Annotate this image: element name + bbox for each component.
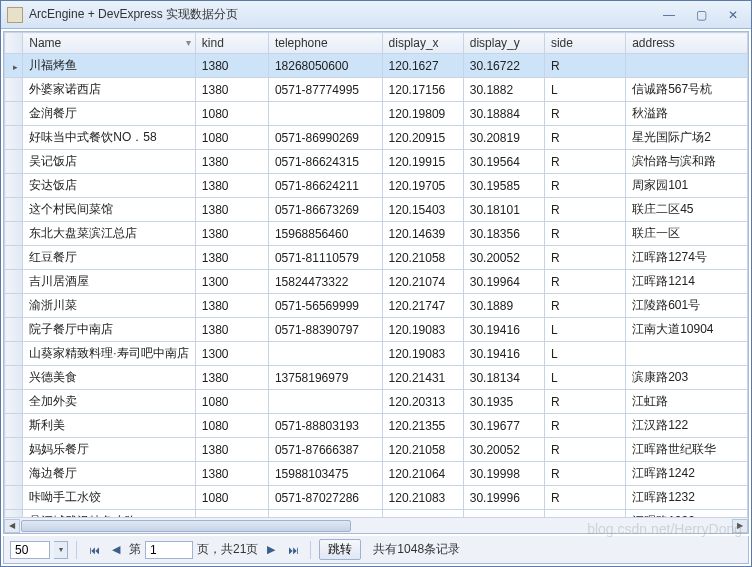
cell-kind[interactable]: 1080 (195, 390, 268, 414)
cell-telephone[interactable]: 18268050600 (268, 54, 382, 78)
table-row[interactable]: 妈妈乐餐厅13800571-87666387120.2105830.20052R… (5, 438, 748, 462)
cell-Name[interactable]: 金润餐厅 (23, 102, 196, 126)
cell-Name[interactable]: 斯利美 (23, 414, 196, 438)
cell-display_y[interactable]: 30.19564 (463, 150, 544, 174)
cell-telephone[interactable]: 0571-86624315 (268, 150, 382, 174)
table-row[interactable]: 全加外卖1080120.2031330.1935R江虹路 (5, 390, 748, 414)
cell-telephone[interactable]: 15988103475 (268, 462, 382, 486)
cell-telephone[interactable]: 0571-88390797 (268, 318, 382, 342)
cell-display_x[interactable]: 120.21355 (382, 414, 463, 438)
column-header-telephone[interactable]: telephone (268, 33, 382, 54)
cell-kind[interactable]: 1300 (195, 270, 268, 294)
cell-address[interactable]: 联庄二区45 (626, 198, 748, 222)
cell-side[interactable]: R (544, 414, 625, 438)
cell-display_y[interactable]: 30.18356 (463, 222, 544, 246)
cell-telephone[interactable] (268, 510, 382, 518)
cell-telephone[interactable]: 0571-56569999 (268, 294, 382, 318)
cell-Name[interactable]: 这个村民间菜馆 (23, 198, 196, 222)
cell-display_x[interactable]: 120.21074 (382, 270, 463, 294)
filter-icon[interactable]: ▾ (186, 37, 191, 48)
table-row[interactable]: 品江城武汉特色小吃1080120.2108330.19988R江晖路1232 (5, 510, 748, 518)
cell-kind[interactable]: 1380 (195, 246, 268, 270)
cell-telephone[interactable]: 0571-86673269 (268, 198, 382, 222)
cell-side[interactable]: R (544, 150, 625, 174)
cell-display_x[interactable]: 120.19083 (382, 342, 463, 366)
cell-kind[interactable]: 1080 (195, 102, 268, 126)
cell-Name[interactable]: 渝浙川菜 (23, 294, 196, 318)
column-header-address[interactable]: address (626, 33, 748, 54)
cell-display_x[interactable]: 120.21058 (382, 246, 463, 270)
cell-display_x[interactable]: 120.19915 (382, 150, 463, 174)
column-header-Name[interactable]: Name▾ (23, 33, 196, 54)
cell-address[interactable]: 江晖路1214 (626, 270, 748, 294)
cell-kind[interactable]: 1380 (195, 174, 268, 198)
cell-display_y[interactable]: 30.1889 (463, 294, 544, 318)
cell-Name[interactable]: 红豆餐厅 (23, 246, 196, 270)
table-row[interactable]: 山葵家精致料理·寿司吧中南店1300120.1908330.19416L (5, 342, 748, 366)
current-page-input[interactable] (145, 541, 193, 559)
table-row[interactable]: 海边餐厅138015988103475120.2106430.19998R江晖路… (5, 462, 748, 486)
page-size-dropdown[interactable]: ▾ (54, 541, 68, 559)
cell-side[interactable]: R (544, 126, 625, 150)
page-size-input[interactable] (10, 541, 50, 559)
cell-display_x[interactable]: 120.14639 (382, 222, 463, 246)
cell-display_x[interactable]: 120.21058 (382, 438, 463, 462)
cell-display_x[interactable]: 120.1627 (382, 54, 463, 78)
cell-Name[interactable]: 全加外卖 (23, 390, 196, 414)
jump-button[interactable]: 跳转 (319, 539, 361, 560)
cell-kind[interactable]: 1380 (195, 198, 268, 222)
table-row[interactable]: 川福烤鱼138018268050600120.162730.16722R (5, 54, 748, 78)
minimize-button[interactable]: — (657, 6, 681, 24)
cell-display_x[interactable]: 120.21747 (382, 294, 463, 318)
column-header-display_y[interactable]: display_y (463, 33, 544, 54)
cell-kind[interactable]: 1380 (195, 294, 268, 318)
cell-display_y[interactable]: 30.19996 (463, 486, 544, 510)
cell-telephone[interactable]: 0571-87027286 (268, 486, 382, 510)
cell-side[interactable]: R (544, 486, 625, 510)
table-row[interactable]: 院子餐厅中南店13800571-88390797120.1908330.1941… (5, 318, 748, 342)
cell-telephone[interactable]: 15824473322 (268, 270, 382, 294)
cell-display_y[interactable]: 30.1935 (463, 390, 544, 414)
cell-telephone[interactable]: 15968856460 (268, 222, 382, 246)
cell-telephone[interactable] (268, 390, 382, 414)
first-page-button[interactable]: ⏮ (85, 541, 103, 559)
cell-side[interactable]: R (544, 102, 625, 126)
cell-display_x[interactable]: 120.15403 (382, 198, 463, 222)
cell-side[interactable]: R (544, 462, 625, 486)
cell-address[interactable]: 江晖路1242 (626, 462, 748, 486)
cell-address[interactable]: 江南大道10904 (626, 318, 748, 342)
cell-side[interactable]: L (544, 78, 625, 102)
cell-telephone[interactable]: 0571-88803193 (268, 414, 382, 438)
cell-display_y[interactable]: 30.19416 (463, 318, 544, 342)
cell-side[interactable]: L (544, 318, 625, 342)
cell-display_x[interactable]: 120.19705 (382, 174, 463, 198)
cell-side[interactable]: R (544, 174, 625, 198)
cell-kind[interactable]: 1380 (195, 438, 268, 462)
cell-display_y[interactable]: 30.19988 (463, 510, 544, 518)
cell-Name[interactable]: 品江城武汉特色小吃 (23, 510, 196, 518)
prev-page-button[interactable]: ◀ (107, 541, 125, 559)
cell-address[interactable] (626, 342, 748, 366)
cell-display_y[interactable]: 30.20052 (463, 438, 544, 462)
cell-address[interactable]: 江晖路1232 (626, 486, 748, 510)
cell-telephone[interactable]: 0571-87666387 (268, 438, 382, 462)
cell-address[interactable]: 周家园101 (626, 174, 748, 198)
cell-display_y[interactable]: 30.20819 (463, 126, 544, 150)
cell-Name[interactable]: 安达饭店 (23, 174, 196, 198)
cell-side[interactable]: R (544, 246, 625, 270)
cell-address[interactable]: 联庄一区 (626, 222, 748, 246)
table-row[interactable]: 斯利美10800571-88803193120.2135530.19677R江汉… (5, 414, 748, 438)
cell-kind[interactable]: 1080 (195, 510, 268, 518)
horizontal-scrollbar[interactable]: ◀ ▶ (4, 517, 748, 533)
cell-side[interactable]: R (544, 390, 625, 414)
table-row[interactable]: 红豆餐厅13800571-81110579120.2105830.20052R江… (5, 246, 748, 270)
table-row[interactable]: 吴记饭店13800571-86624315120.1991530.19564R滨… (5, 150, 748, 174)
cell-kind[interactable]: 1080 (195, 126, 268, 150)
cell-address[interactable] (626, 54, 748, 78)
cell-display_y[interactable]: 30.19677 (463, 414, 544, 438)
cell-display_y[interactable]: 30.19585 (463, 174, 544, 198)
cell-Name[interactable]: 兴德美食 (23, 366, 196, 390)
cell-side[interactable]: R (544, 294, 625, 318)
cell-display_x[interactable]: 120.20313 (382, 390, 463, 414)
cell-Name[interactable]: 妈妈乐餐厅 (23, 438, 196, 462)
